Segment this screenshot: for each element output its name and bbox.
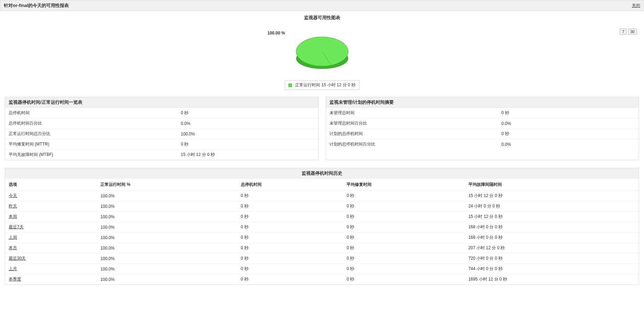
- history-option-link[interactable]: 本月: [9, 245, 17, 250]
- history-total-down: 0 秒: [237, 201, 343, 212]
- history-row: 最近7天100.0%0 秒0 秒168 小时 0 分 0 秒: [5, 222, 639, 233]
- page-header: 针对or-final的今天的可用性报表 关闭: [0, 0, 644, 11]
- history-row: 本季度100.0%0 秒0 秒1695 小时 12 分 0 秒: [5, 274, 639, 285]
- kv-value: 0.0%: [177, 118, 318, 129]
- unmanaged-panel: 监视未管理/计划的停机时间摘要 未管理总时间0 秒未管理总时间百分比0.0%计划…: [326, 97, 639, 160]
- history-option-link[interactable]: 昨天: [9, 204, 17, 208]
- unmanaged-table: 未管理总时间0 秒未管理总时间百分比0.0%计划的总停机时间0 秒计划的总停机时…: [326, 108, 639, 149]
- history-mttr: 0 秒: [343, 243, 465, 253]
- table-row: 平均无故障时间 (MTBF)15 小时 12 分 0 秒: [5, 150, 318, 160]
- range-7-button[interactable]: 7: [620, 29, 627, 35]
- history-total-down: 0 秒: [237, 233, 343, 243]
- history-uptime-pct: 100.0%: [97, 212, 237, 222]
- history-total-down: 0 秒: [237, 212, 343, 222]
- col-total-down: 总停机时间: [237, 179, 343, 191]
- kv-value: 0.0%: [498, 139, 639, 150]
- history-row: 上周100.0%0 秒0 秒168 小时 0 分 0 秒: [5, 233, 639, 243]
- history-mtbf: 24 小时 0 分 0 秒: [465, 201, 639, 212]
- kv-value: 15 小时 12 分 0 秒: [177, 150, 318, 160]
- history-mttr: 0 秒: [343, 274, 465, 285]
- kv-label: 总停机时间百分比: [5, 118, 177, 129]
- chart-title: 监视器可用性图表: [0, 15, 644, 21]
- table-row: 未管理总时间0 秒: [326, 108, 639, 118]
- col-mtbf: 平均故障间隔时间: [465, 179, 639, 191]
- table-row: 正常运行时间总百分比100.0%: [5, 129, 318, 139]
- history-option-link[interactable]: 最近7天: [9, 224, 24, 229]
- history-mttr: 0 秒: [343, 222, 465, 233]
- pie-chart-icon: [293, 27, 352, 76]
- history-total-down: 0 秒: [237, 243, 343, 253]
- kv-label: 平均修复时间 (MTTR): [5, 139, 177, 150]
- history-mtbf: 168 小时 0 分 0 秒: [465, 233, 639, 243]
- range-30-button[interactable]: 30: [628, 29, 637, 35]
- history-mttr: 0 秒: [343, 233, 465, 243]
- history-header-row: 选项 正常运行时间 % 总停机时间 平均修复时间 平均故障间隔时间: [5, 179, 639, 191]
- history-mttr: 0 秒: [343, 201, 465, 212]
- kv-value: 100.0%: [177, 129, 318, 139]
- kv-label: 未管理总时间: [326, 108, 498, 118]
- kv-label: 计划的总停机时间百分比: [326, 139, 498, 150]
- history-option-link[interactable]: 上周: [9, 235, 17, 240]
- history-section: 监视器停机时间历史 选项 正常运行时间 % 总停机时间 平均修复时间 平均故障间…: [5, 168, 639, 285]
- history-mtbf: 15 小时 12 分 0 秒: [465, 212, 639, 222]
- history-mtbf: 15 小时 12 分 0 秒: [465, 191, 639, 201]
- history-total-down: 0 秒: [237, 274, 343, 285]
- kv-value: 0 秒: [498, 129, 639, 139]
- table-row: 计划的总停机时间百分比0.0%: [326, 139, 639, 150]
- chart-legend: 正常运行时间 15 小时 12 分 0 秒: [285, 80, 359, 90]
- chart-section: 监视器可用性图表 7 30 100.00 % 正常运行时间 15 小时 12 分…: [0, 11, 644, 93]
- table-row: 平均修复时间 (MTTR)0 秒: [5, 139, 318, 150]
- kv-label: 正常运行时间总百分比: [5, 129, 177, 139]
- kv-value: 0 秒: [177, 108, 318, 118]
- legend-swatch-icon: [288, 84, 292, 87]
- history-mttr: 0 秒: [343, 253, 465, 264]
- kv-value: 0 秒: [498, 108, 639, 118]
- page-title: 针对or-final的今天的可用性报表: [4, 2, 69, 9]
- history-uptime-pct: 100.0%: [97, 201, 237, 212]
- history-option-link[interactable]: 本季度: [9, 277, 21, 282]
- history-row: 昨天100.0%0 秒0 秒24 小时 0 分 0 秒: [5, 201, 639, 212]
- history-row: 本月100.0%0 秒0 秒207 小时 12 分 0 秒: [5, 243, 639, 253]
- history-option-link[interactable]: 本周: [9, 214, 17, 219]
- history-mtbf: 1695 小时 12 分 0 秒: [465, 274, 639, 285]
- history-title: 监视器停机时间历史: [5, 168, 639, 179]
- downtime-table: 总停机时间0 秒总停机时间百分比0.0%正常运行时间总百分比100.0%平均修复…: [5, 108, 318, 160]
- kv-label: 计划的总停机时间: [326, 129, 498, 139]
- history-option-link[interactable]: 今天: [9, 193, 17, 198]
- legend-text: 正常运行时间 15 小时 12 分 0 秒: [295, 82, 355, 87]
- kv-value: 0.0%: [498, 118, 639, 129]
- history-mtbf: 207 小时 12 分 0 秒: [465, 243, 639, 253]
- table-row: 总停机时间百分比0.0%: [5, 118, 318, 129]
- kv-label: 平均无故障时间 (MTBF): [5, 150, 177, 160]
- kv-value: 0 秒: [177, 139, 318, 150]
- kv-label: 未管理总时间百分比: [326, 118, 498, 129]
- history-total-down: 0 秒: [237, 264, 343, 274]
- history-row: 上月100.0%0 秒0 秒744 小时 0 分 0 秒: [5, 264, 639, 274]
- col-uptime-pct: 正常运行时间 %: [97, 179, 237, 191]
- history-mtbf: 168 小时 0 分 0 秒: [465, 222, 639, 233]
- history-uptime-pct: 100.0%: [97, 253, 237, 264]
- close-link[interactable]: 关闭: [632, 3, 640, 9]
- history-uptime-pct: 100.0%: [97, 243, 237, 253]
- history-table: 选项 正常运行时间 % 总停机时间 平均修复时间 平均故障间隔时间 今天100.…: [5, 179, 639, 284]
- table-row: 未管理总时间百分比0.0%: [326, 118, 639, 129]
- table-row: 总停机时间0 秒: [5, 108, 318, 118]
- history-option-link[interactable]: 上月: [9, 266, 17, 271]
- unmanaged-panel-title: 监视未管理/计划的停机时间摘要: [326, 97, 639, 108]
- history-mtbf: 744 小时 0 分 0 秒: [465, 264, 639, 274]
- history-mtbf: 720 小时 0 分 0 秒: [465, 253, 639, 264]
- pie-chart-wrap: 100.00 %: [293, 27, 352, 77]
- history-total-down: 0 秒: [237, 222, 343, 233]
- summary-panels: 监视器停机时间/正常运行时间一览表 总停机时间0 秒总停机时间百分比0.0%正常…: [0, 97, 644, 160]
- pie-percent-label: 100.00 %: [268, 31, 285, 36]
- history-row: 今天100.0%0 秒0 秒15 小时 12 分 0 秒: [5, 191, 639, 201]
- kv-label: 总停机时间: [5, 108, 177, 118]
- history-mttr: 0 秒: [343, 191, 465, 201]
- history-mttr: 0 秒: [343, 212, 465, 222]
- col-option: 选项: [5, 179, 97, 191]
- table-row: 计划的总停机时间0 秒: [326, 129, 639, 139]
- history-total-down: 0 秒: [237, 191, 343, 201]
- history-option-link[interactable]: 最近30天: [9, 256, 26, 261]
- time-range-buttons: 7 30: [620, 29, 637, 35]
- history-uptime-pct: 100.0%: [97, 264, 237, 274]
